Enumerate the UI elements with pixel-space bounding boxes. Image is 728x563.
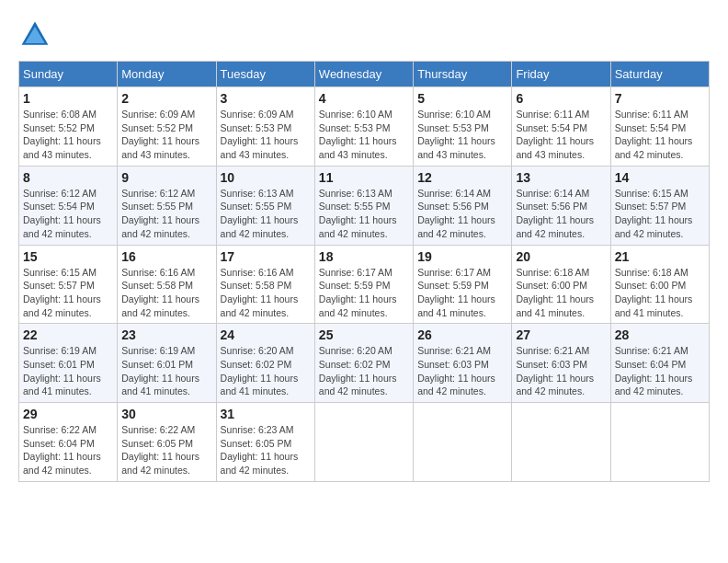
day-info: Sunrise: 6:10 AM Sunset: 5:53 PM Dayligh… <box>319 108 409 162</box>
sunset-label: Sunset: 6:05 PM <box>221 438 292 449</box>
sunset-label: Sunset: 6:02 PM <box>221 359 292 370</box>
sunrise-label: Sunrise: 6:10 AM <box>417 109 491 120</box>
day-info: Sunrise: 6:12 AM Sunset: 5:54 PM Dayligh… <box>23 187 113 241</box>
day-number: 20 <box>516 249 606 264</box>
daylight-label: Daylight: 11 hours and 43 minutes. <box>319 135 397 160</box>
day-info: Sunrise: 6:11 AM Sunset: 5:54 PM Dayligh… <box>615 108 705 162</box>
day-info: Sunrise: 6:16 AM Sunset: 5:58 PM Dayligh… <box>221 266 311 320</box>
day-info: Sunrise: 6:09 AM Sunset: 5:53 PM Dayligh… <box>221 108 311 162</box>
calendar-header-row: SundayMondayTuesdayWednesdayThursdayFrid… <box>19 62 710 87</box>
daylight-label: Daylight: 11 hours and 42 minutes. <box>221 451 299 476</box>
calendar-cell: 28 Sunrise: 6:21 AM Sunset: 6:04 PM Dayl… <box>610 324 709 403</box>
calendar-cell: 19 Sunrise: 6:17 AM Sunset: 5:59 PM Dayl… <box>414 245 512 324</box>
sunrise-label: Sunrise: 6:21 AM <box>615 345 688 356</box>
day-number: 5 <box>417 91 507 106</box>
day-number: 22 <box>23 327 113 342</box>
sunrise-label: Sunrise: 6:19 AM <box>121 345 195 356</box>
calendar-cell: 24 Sunrise: 6:20 AM Sunset: 6:02 PM Dayl… <box>216 324 314 403</box>
day-info: Sunrise: 6:14 AM Sunset: 5:56 PM Dayligh… <box>417 187 507 241</box>
sunrise-label: Sunrise: 6:14 AM <box>516 188 589 199</box>
day-header-thursday: Thursday <box>414 62 512 87</box>
day-number: 27 <box>516 327 606 342</box>
calendar-cell: 18 Sunrise: 6:17 AM Sunset: 5:59 PM Dayl… <box>314 245 413 324</box>
day-info: Sunrise: 6:10 AM Sunset: 5:53 PM Dayligh… <box>417 108 507 162</box>
day-number: 15 <box>23 249 113 264</box>
calendar-cell: 23 Sunrise: 6:19 AM Sunset: 6:01 PM Dayl… <box>118 324 216 403</box>
calendar-cell: 9 Sunrise: 6:12 AM Sunset: 5:55 PM Dayli… <box>118 166 216 245</box>
calendar-cell <box>610 403 709 482</box>
day-number: 31 <box>221 407 311 421</box>
calendar-cell: 16 Sunrise: 6:16 AM Sunset: 5:58 PM Dayl… <box>118 245 216 324</box>
calendar-cell: 13 Sunrise: 6:14 AM Sunset: 5:56 PM Dayl… <box>512 166 610 245</box>
calendar-cell: 20 Sunrise: 6:18 AM Sunset: 6:00 PM Dayl… <box>512 245 610 324</box>
sunrise-label: Sunrise: 6:17 AM <box>319 267 392 278</box>
daylight-label: Daylight: 11 hours and 42 minutes. <box>417 214 495 239</box>
sunset-label: Sunset: 6:02 PM <box>319 359 391 370</box>
logo-icon <box>18 18 51 52</box>
day-number: 25 <box>319 327 409 342</box>
sunset-label: Sunset: 5:57 PM <box>615 201 687 212</box>
daylight-label: Daylight: 11 hours and 42 minutes. <box>121 214 199 239</box>
daylight-label: Daylight: 11 hours and 41 minutes. <box>121 373 199 397</box>
sunrise-label: Sunrise: 6:12 AM <box>23 188 97 199</box>
calendar-cell: 1 Sunrise: 6:08 AM Sunset: 5:52 PM Dayli… <box>19 87 118 167</box>
calendar-table: SundayMondayTuesdayWednesdayThursdayFrid… <box>18 61 710 482</box>
day-header-wednesday: Wednesday <box>314 62 413 87</box>
sunset-label: Sunset: 5:55 PM <box>121 201 193 212</box>
day-header-sunday: Sunday <box>19 62 118 87</box>
sunrise-label: Sunrise: 6:08 AM <box>23 109 97 120</box>
calendar-cell <box>414 403 512 482</box>
sunrise-label: Sunrise: 6:21 AM <box>516 345 589 356</box>
sunset-label: Sunset: 5:56 PM <box>417 201 489 212</box>
calendar-week-5: 29 Sunrise: 6:22 AM Sunset: 6:04 PM Dayl… <box>19 403 710 482</box>
day-info: Sunrise: 6:16 AM Sunset: 5:58 PM Dayligh… <box>121 266 211 320</box>
daylight-label: Daylight: 11 hours and 42 minutes. <box>319 293 397 318</box>
calendar-cell: 25 Sunrise: 6:20 AM Sunset: 6:02 PM Dayl… <box>314 324 413 403</box>
day-number: 4 <box>319 91 409 106</box>
sunrise-label: Sunrise: 6:13 AM <box>319 188 392 199</box>
day-number: 14 <box>615 170 705 185</box>
daylight-label: Daylight: 11 hours and 41 minutes. <box>23 373 101 397</box>
day-number: 19 <box>417 249 507 264</box>
daylight-label: Daylight: 11 hours and 42 minutes. <box>221 214 299 239</box>
sunrise-label: Sunrise: 6:20 AM <box>319 345 392 356</box>
sunset-label: Sunset: 5:57 PM <box>23 280 95 291</box>
day-number: 28 <box>615 327 705 342</box>
calendar-cell: 2 Sunrise: 6:09 AM Sunset: 5:52 PM Dayli… <box>118 87 216 167</box>
sunrise-label: Sunrise: 6:09 AM <box>121 109 195 120</box>
daylight-label: Daylight: 11 hours and 43 minutes. <box>221 135 299 160</box>
daylight-label: Daylight: 11 hours and 42 minutes. <box>319 373 397 397</box>
calendar-cell: 6 Sunrise: 6:11 AM Sunset: 5:54 PM Dayli… <box>512 87 610 167</box>
daylight-label: Daylight: 11 hours and 42 minutes. <box>121 451 199 476</box>
sunrise-label: Sunrise: 6:10 AM <box>319 109 392 120</box>
calendar-cell: 17 Sunrise: 6:16 AM Sunset: 5:58 PM Dayl… <box>216 245 314 324</box>
day-number: 13 <box>516 170 606 185</box>
daylight-label: Daylight: 11 hours and 43 minutes. <box>121 135 199 160</box>
sunset-label: Sunset: 5:52 PM <box>23 122 95 133</box>
day-number: 29 <box>23 407 113 421</box>
sunset-label: Sunset: 6:03 PM <box>516 359 587 370</box>
day-number: 8 <box>23 170 113 185</box>
day-number: 18 <box>319 249 409 264</box>
sunrise-label: Sunrise: 6:20 AM <box>221 345 294 356</box>
day-number: 17 <box>221 249 311 264</box>
day-number: 12 <box>417 170 507 185</box>
day-number: 9 <box>121 170 211 185</box>
daylight-label: Daylight: 11 hours and 41 minutes. <box>221 373 299 397</box>
sunset-label: Sunset: 5:55 PM <box>319 201 391 212</box>
daylight-label: Daylight: 11 hours and 42 minutes. <box>615 373 693 397</box>
day-info: Sunrise: 6:15 AM Sunset: 5:57 PM Dayligh… <box>23 266 113 320</box>
daylight-label: Daylight: 11 hours and 42 minutes. <box>615 135 693 160</box>
sunrise-label: Sunrise: 6:13 AM <box>221 188 294 199</box>
daylight-label: Daylight: 11 hours and 42 minutes. <box>516 373 594 397</box>
sunset-label: Sunset: 5:53 PM <box>221 122 292 133</box>
sunrise-label: Sunrise: 6:11 AM <box>615 109 688 120</box>
day-info: Sunrise: 6:13 AM Sunset: 5:55 PM Dayligh… <box>319 187 409 241</box>
sunset-label: Sunset: 6:03 PM <box>417 359 489 370</box>
calendar-cell: 3 Sunrise: 6:09 AM Sunset: 5:53 PM Dayli… <box>216 87 314 167</box>
daylight-label: Daylight: 11 hours and 43 minutes. <box>23 135 101 160</box>
sunrise-label: Sunrise: 6:11 AM <box>516 109 589 120</box>
day-info: Sunrise: 6:12 AM Sunset: 5:55 PM Dayligh… <box>121 187 211 241</box>
day-info: Sunrise: 6:15 AM Sunset: 5:57 PM Dayligh… <box>615 187 705 241</box>
daylight-label: Daylight: 11 hours and 43 minutes. <box>516 135 594 160</box>
